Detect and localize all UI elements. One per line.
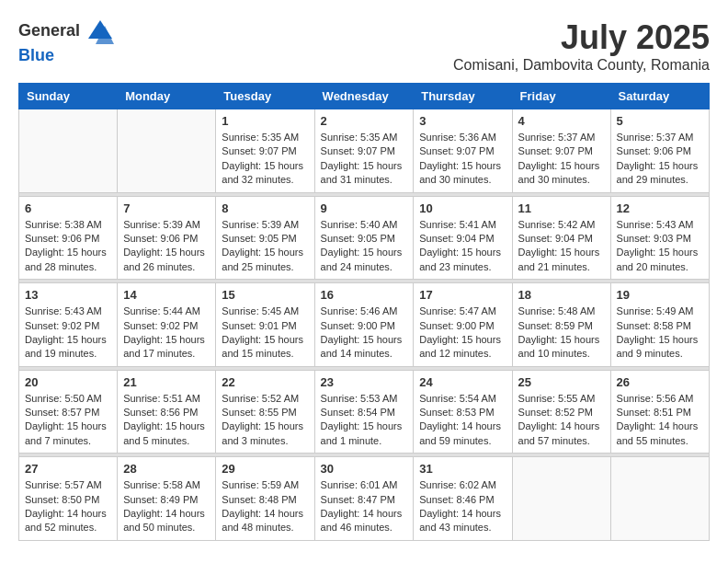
calendar-day-cell: 27Sunrise: 5:57 AM Sunset: 8:50 PM Dayli… [19, 457, 118, 541]
calendar-day-cell: 16Sunrise: 5:46 AM Sunset: 9:00 PM Dayli… [314, 283, 414, 367]
calendar-day-cell: 8Sunrise: 5:39 AM Sunset: 9:05 PM Daylig… [216, 196, 314, 280]
day-number: 22 [222, 375, 308, 389]
day-info: Sunrise: 5:38 AM Sunset: 9:06 PM Dayligh… [25, 218, 111, 275]
day-number: 30 [321, 462, 408, 476]
day-number: 5 [617, 114, 703, 128]
day-number: 1 [222, 114, 308, 128]
day-number: 15 [222, 288, 308, 302]
day-info: Sunrise: 5:59 AM Sunset: 8:48 PM Dayligh… [222, 478, 308, 535]
day-number: 7 [123, 201, 210, 215]
weekday-header-saturday: Saturday [610, 84, 709, 109]
day-number: 10 [419, 201, 506, 215]
day-info: Sunrise: 5:51 AM Sunset: 8:56 PM Dayligh… [123, 392, 210, 449]
calendar-day-cell [19, 109, 118, 193]
day-info: Sunrise: 5:58 AM Sunset: 8:49 PM Dayligh… [123, 478, 210, 535]
calendar-day-cell: 14Sunrise: 5:44 AM Sunset: 9:02 PM Dayli… [118, 283, 216, 367]
day-info: Sunrise: 6:02 AM Sunset: 8:46 PM Dayligh… [419, 478, 506, 535]
day-info: Sunrise: 5:36 AM Sunset: 9:07 PM Dayligh… [419, 131, 506, 188]
day-info: Sunrise: 5:37 AM Sunset: 9:07 PM Dayligh… [518, 131, 605, 188]
weekday-header-row: SundayMondayTuesdayWednesdayThursdayFrid… [19, 84, 710, 109]
calendar-week-row: 13Sunrise: 5:43 AM Sunset: 9:02 PM Dayli… [19, 283, 710, 367]
calendar-day-cell: 1Sunrise: 5:35 AM Sunset: 9:07 PM Daylig… [216, 109, 314, 193]
calendar-day-cell: 28Sunrise: 5:58 AM Sunset: 8:49 PM Dayli… [118, 457, 216, 541]
calendar-day-cell: 22Sunrise: 5:52 AM Sunset: 8:55 PM Dayli… [216, 370, 314, 454]
calendar-table: SundayMondayTuesdayWednesdayThursdayFrid… [18, 83, 710, 541]
calendar-day-cell: 15Sunrise: 5:45 AM Sunset: 9:01 PM Dayli… [216, 283, 314, 367]
day-info: Sunrise: 5:56 AM Sunset: 8:51 PM Dayligh… [617, 392, 703, 449]
calendar-day-cell: 4Sunrise: 5:37 AM Sunset: 9:07 PM Daylig… [512, 109, 610, 193]
calendar-day-cell: 18Sunrise: 5:48 AM Sunset: 8:59 PM Dayli… [512, 283, 610, 367]
month-title: July 2025 [453, 18, 710, 57]
calendar-day-cell: 3Sunrise: 5:36 AM Sunset: 9:07 PM Daylig… [414, 109, 512, 193]
calendar-week-row: 1Sunrise: 5:35 AM Sunset: 9:07 PM Daylig… [19, 109, 710, 193]
day-info: Sunrise: 5:52 AM Sunset: 8:55 PM Dayligh… [222, 392, 308, 449]
day-info: Sunrise: 6:01 AM Sunset: 8:47 PM Dayligh… [321, 478, 408, 535]
day-info: Sunrise: 5:54 AM Sunset: 8:53 PM Dayligh… [419, 392, 506, 449]
calendar-day-cell: 6Sunrise: 5:38 AM Sunset: 9:06 PM Daylig… [19, 196, 118, 280]
day-info: Sunrise: 5:40 AM Sunset: 9:05 PM Dayligh… [321, 218, 408, 275]
calendar-day-cell [512, 457, 610, 541]
calendar-day-cell: 24Sunrise: 5:54 AM Sunset: 8:53 PM Dayli… [414, 370, 512, 454]
day-info: Sunrise: 5:53 AM Sunset: 8:54 PM Dayligh… [321, 392, 408, 449]
day-number: 4 [518, 114, 605, 128]
logo-icon [86, 18, 114, 46]
location-title: Comisani, Dambovita County, Romania [453, 57, 710, 74]
weekday-header-sunday: Sunday [19, 84, 118, 109]
day-info: Sunrise: 5:43 AM Sunset: 9:02 PM Dayligh… [25, 304, 111, 362]
day-info: Sunrise: 5:41 AM Sunset: 9:04 PM Dayligh… [419, 218, 506, 275]
day-number: 18 [518, 288, 605, 302]
day-info: Sunrise: 5:44 AM Sunset: 9:02 PM Dayligh… [123, 304, 210, 362]
day-info: Sunrise: 5:55 AM Sunset: 8:52 PM Dayligh… [518, 392, 605, 449]
day-number: 16 [321, 288, 408, 302]
day-number: 3 [419, 114, 506, 128]
day-number: 8 [222, 201, 308, 215]
day-number: 13 [25, 288, 111, 302]
day-info: Sunrise: 5:39 AM Sunset: 9:06 PM Dayligh… [123, 218, 210, 275]
day-number: 29 [222, 462, 308, 476]
calendar-day-cell [610, 457, 709, 541]
day-info: Sunrise: 5:57 AM Sunset: 8:50 PM Dayligh… [25, 478, 111, 535]
day-info: Sunrise: 5:46 AM Sunset: 9:00 PM Dayligh… [321, 304, 408, 362]
day-info: Sunrise: 5:37 AM Sunset: 9:06 PM Dayligh… [617, 131, 703, 188]
day-info: Sunrise: 5:42 AM Sunset: 9:04 PM Dayligh… [518, 218, 605, 275]
calendar-day-cell: 23Sunrise: 5:53 AM Sunset: 8:54 PM Dayli… [314, 370, 414, 454]
weekday-header-monday: Monday [118, 84, 216, 109]
day-number: 14 [123, 288, 210, 302]
day-info: Sunrise: 5:35 AM Sunset: 9:07 PM Dayligh… [222, 131, 308, 188]
day-info: Sunrise: 5:39 AM Sunset: 9:05 PM Dayligh… [222, 218, 308, 275]
calendar-day-cell: 29Sunrise: 5:59 AM Sunset: 8:48 PM Dayli… [216, 457, 314, 541]
page-header: General Blue July 2025 Comisani, Dambovi… [18, 18, 710, 74]
calendar-day-cell: 20Sunrise: 5:50 AM Sunset: 8:57 PM Dayli… [19, 370, 118, 454]
calendar-day-cell: 7Sunrise: 5:39 AM Sunset: 9:06 PM Daylig… [118, 196, 216, 280]
calendar-week-row: 27Sunrise: 5:57 AM Sunset: 8:50 PM Dayli… [19, 457, 710, 541]
day-number: 31 [419, 462, 506, 476]
calendar-week-row: 20Sunrise: 5:50 AM Sunset: 8:57 PM Dayli… [19, 370, 710, 454]
day-info: Sunrise: 5:47 AM Sunset: 9:00 PM Dayligh… [419, 304, 506, 362]
calendar-day-cell: 5Sunrise: 5:37 AM Sunset: 9:06 PM Daylig… [610, 109, 709, 193]
calendar-day-cell: 13Sunrise: 5:43 AM Sunset: 9:02 PM Dayli… [19, 283, 118, 367]
day-number: 11 [518, 201, 605, 215]
calendar-day-cell: 31Sunrise: 6:02 AM Sunset: 8:46 PM Dayli… [414, 457, 512, 541]
day-number: 12 [617, 201, 703, 215]
day-number: 21 [123, 375, 210, 389]
day-number: 20 [25, 375, 111, 389]
calendar-day-cell: 10Sunrise: 5:41 AM Sunset: 9:04 PM Dayli… [414, 196, 512, 280]
calendar-day-cell: 21Sunrise: 5:51 AM Sunset: 8:56 PM Dayli… [118, 370, 216, 454]
calendar-day-cell: 26Sunrise: 5:56 AM Sunset: 8:51 PM Dayli… [610, 370, 709, 454]
day-number: 26 [617, 375, 703, 389]
calendar-day-cell: 12Sunrise: 5:43 AM Sunset: 9:03 PM Dayli… [610, 196, 709, 280]
day-info: Sunrise: 5:43 AM Sunset: 9:03 PM Dayligh… [617, 218, 703, 275]
day-number: 2 [321, 114, 408, 128]
logo-general-text: General [18, 21, 80, 40]
calendar-day-cell [118, 109, 216, 193]
calendar-day-cell: 25Sunrise: 5:55 AM Sunset: 8:52 PM Dayli… [512, 370, 610, 454]
calendar-day-cell: 17Sunrise: 5:47 AM Sunset: 9:00 PM Dayli… [414, 283, 512, 367]
day-info: Sunrise: 5:45 AM Sunset: 9:01 PM Dayligh… [222, 304, 308, 362]
weekday-header-friday: Friday [512, 84, 610, 109]
day-number: 23 [321, 375, 408, 389]
day-number: 24 [419, 375, 506, 389]
day-number: 9 [321, 201, 408, 215]
day-number: 17 [419, 288, 506, 302]
calendar-day-cell: 2Sunrise: 5:35 AM Sunset: 9:07 PM Daylig… [314, 109, 414, 193]
day-info: Sunrise: 5:48 AM Sunset: 8:59 PM Dayligh… [518, 304, 605, 362]
